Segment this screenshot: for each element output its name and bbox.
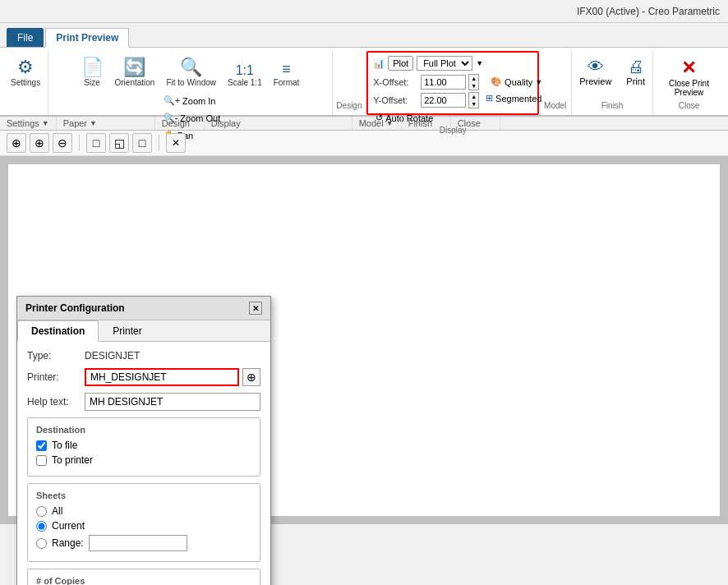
- settings-section-dropdown[interactable]: ▼: [42, 119, 49, 127]
- settings-label-cell: Settings ▼: [0, 117, 57, 130]
- zoom-btn-page[interactable]: ◱: [109, 133, 129, 153]
- ribbon-group-close: ✕ Close Print Preview Close: [653, 51, 725, 115]
- dialog-tabs: Destination Printer: [17, 320, 270, 342]
- zoom-btn-plus[interactable]: ⊕: [7, 133, 26, 153]
- range-radio[interactable]: [36, 538, 47, 549]
- close-section-label: Close: [458, 118, 481, 128]
- zoom-in-button[interactable]: 🔍+ Zoom In: [159, 93, 225, 108]
- printer-input-row: ⊕: [85, 368, 260, 386]
- paper-section-dropdown[interactable]: ▼: [90, 119, 97, 127]
- destination-section: Destination To file To printer: [27, 417, 260, 477]
- app-title: IFX00 (Active) - Creo Parametric: [577, 6, 720, 17]
- dialog-tab-destination-label: Destination: [31, 325, 85, 337]
- zoom-btn-cross[interactable]: ✕: [166, 133, 186, 153]
- settings-button[interactable]: ⚙ Settings: [7, 54, 44, 90]
- format-label: Format: [274, 78, 300, 87]
- fit-icon: 🔍: [180, 57, 202, 78]
- preview-button[interactable]: 👁 Preview: [574, 54, 617, 90]
- format-icon: ≡: [282, 61, 291, 78]
- dialog-close-button[interactable]: ✕: [249, 302, 262, 315]
- type-label: Type:: [27, 350, 85, 362]
- range-input[interactable]: [89, 535, 187, 551]
- tab-print-preview[interactable]: Print Preview: [45, 28, 129, 48]
- zoom-btn-minus[interactable]: ⊖: [53, 133, 72, 153]
- display-label-cell: Display: [205, 117, 352, 130]
- ribbon-labels-row: Settings ▼ Paper ▼ Design Display Model …: [0, 117, 728, 131]
- to-file-checkbox[interactable]: [36, 440, 47, 451]
- y-offset-input[interactable]: [421, 93, 466, 108]
- settings-group-content: ⚙ Settings: [7, 54, 44, 90]
- x-offset-input[interactable]: [421, 75, 466, 90]
- plot-icon: 📊: [373, 58, 385, 69]
- format-button[interactable]: ≡ Format: [270, 58, 304, 90]
- scale-label: Scale 1:1: [228, 78, 262, 87]
- to-printer-checkbox[interactable]: [36, 455, 47, 466]
- model-section-dropdown[interactable]: ▼: [386, 119, 394, 127]
- size-button[interactable]: 📄 Size: [77, 54, 108, 90]
- current-radio[interactable]: [36, 521, 47, 532]
- orientation-button[interactable]: 🔄 Orientation: [111, 54, 159, 90]
- printer-input[interactable]: [85, 368, 239, 386]
- printer-config-dialog: Printer Configuration ✕ Destination Prin…: [16, 296, 271, 585]
- dialog-title-bar: Printer Configuration ✕: [17, 297, 270, 320]
- zoom-btn-plus2[interactable]: ⊕: [30, 133, 49, 153]
- all-radio-row: All: [36, 505, 251, 517]
- scale-icon: 1:1: [236, 63, 254, 78]
- current-radio-row: Current: [36, 520, 251, 532]
- quality-icon: 🎨: [491, 76, 502, 87]
- plot-button[interactable]: Plot: [388, 56, 413, 71]
- print-button[interactable]: 🖨 Print: [620, 54, 651, 90]
- help-text-label: Help text:: [27, 396, 85, 408]
- printer-row: Printer: ⊕: [27, 368, 260, 386]
- sheets-section-title: Sheets: [36, 491, 251, 500]
- zoom-btn-full[interactable]: □: [132, 133, 152, 153]
- design-group-label: Design: [336, 101, 362, 112]
- ribbon-group-display: 📊 Plot Full Plot ▼ X-Offset: ▲: [366, 51, 539, 115]
- all-label: All: [52, 505, 62, 517]
- all-radio[interactable]: [36, 506, 47, 517]
- plot-dropdown-icon: ▼: [476, 59, 483, 67]
- ribbon-group-design: Design: [333, 51, 366, 115]
- tab-file[interactable]: File: [7, 28, 44, 47]
- x-offset-label: X-Offset:: [373, 77, 418, 87]
- zoom-separator2: [159, 135, 159, 151]
- x-offset-up[interactable]: ▲: [469, 75, 478, 82]
- y-offset-row: Y-Offset: ▲ ▼: [373, 92, 479, 108]
- x-offset-down[interactable]: ▼: [469, 82, 478, 90]
- print-label: Print: [626, 76, 645, 86]
- dialog-tab-destination[interactable]: Destination: [17, 320, 99, 342]
- plot-row: 📊 Plot Full Plot ▼: [373, 56, 483, 71]
- ribbon-group-finish: 👁 Preview 🖨 Print Finish: [572, 51, 653, 115]
- fit-to-window-button[interactable]: 🔍 Fit to Window: [162, 54, 220, 90]
- close-print-preview-button[interactable]: ✕ Close Print Preview: [658, 54, 720, 100]
- print-icon: 🖨: [628, 58, 644, 76]
- design-label-cell: Design: [155, 117, 205, 130]
- printer-add-button[interactable]: ⊕: [242, 368, 260, 386]
- help-text-row: Help text:: [27, 393, 260, 411]
- quality-button[interactable]: 🎨 Quality ▼: [486, 74, 547, 90]
- type-row: Type: DESIGNJET: [27, 350, 260, 362]
- ribbon-group-settings: ⚙ Settings: [3, 51, 48, 115]
- dialog-tab-printer[interactable]: Printer: [99, 320, 155, 341]
- design-section-label: Design: [162, 118, 190, 128]
- ribbon-group-model: Model: [539, 51, 572, 115]
- help-text-input[interactable]: [85, 393, 260, 411]
- to-printer-label: To printer: [52, 454, 93, 466]
- y-offset-up[interactable]: ▲: [469, 93, 478, 100]
- content-area: Printer Configuration ✕ Destination Prin…: [0, 156, 728, 524]
- paper-label-cell: Paper ▼: [57, 117, 155, 130]
- finish-label-cell: Finish: [402, 117, 451, 130]
- title-bar: IFX00 (Active) - Creo Parametric: [0, 0, 728, 23]
- display-group-content: 📊 Plot Full Plot ▼ X-Offset: ▲: [373, 56, 532, 126]
- zoom-toolbar: ⊕ ⊕ ⊖ □ ◱ □ ✕: [0, 131, 728, 156]
- dialog-tab-printer-label: Printer: [113, 325, 141, 337]
- model-group-label: Model: [544, 101, 566, 112]
- scale-button[interactable]: 1:1 Scale 1:1: [223, 61, 266, 90]
- zoom-in-label: Zoom In: [182, 96, 215, 106]
- zoom-separator: [79, 135, 80, 151]
- segmented-button[interactable]: ⊞ Segmented: [486, 93, 547, 104]
- y-offset-down[interactable]: ▼: [469, 100, 478, 108]
- zoom-btn-fit[interactable]: □: [86, 133, 106, 153]
- full-plot-select[interactable]: Full Plot: [417, 56, 472, 71]
- tab-print-preview-label: Print Preview: [56, 32, 118, 44]
